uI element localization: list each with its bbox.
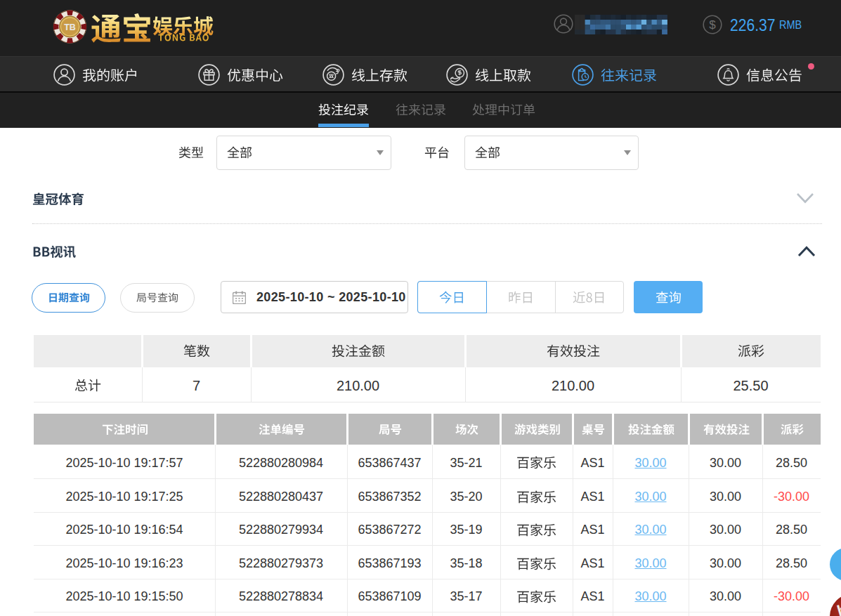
svg-text:$: $ [709,18,716,32]
svg-text:TB: TB [64,22,76,32]
